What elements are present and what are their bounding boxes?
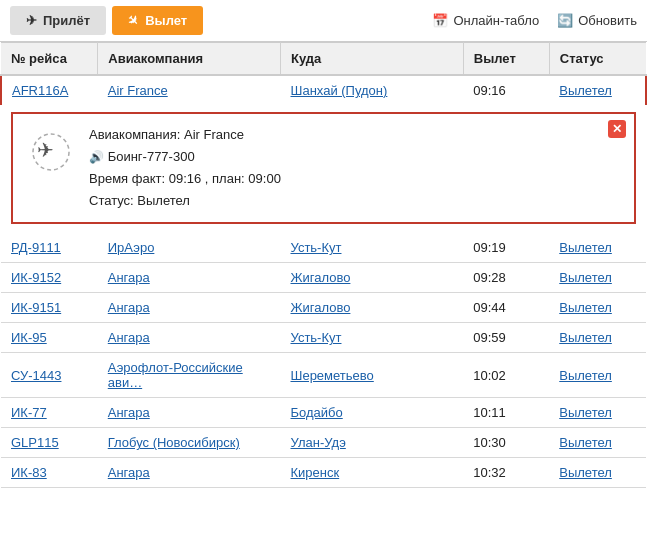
- flight-link[interactable]: ИК-9151: [11, 300, 61, 315]
- table-row[interactable]: ИК-9151АнгараЖигалово09:44Вылетел: [1, 293, 646, 323]
- flight-number-cell: СУ-1443: [1, 353, 98, 398]
- flight-number-link[interactable]: AFR116A: [12, 83, 68, 98]
- flight-link[interactable]: ИК-77: [11, 405, 47, 420]
- detail-cell: ✈ Авиакомпания: Air France 🔊 Боинг-77: [1, 105, 646, 233]
- destination-link[interactable]: Бодайбо: [291, 405, 343, 420]
- refresh-link[interactable]: 🔄 Обновить: [557, 13, 637, 28]
- table-row[interactable]: РД-9111ИрАэроУсть-Кут09:19Вылетел: [1, 233, 646, 263]
- status-value[interactable]: Вылетел: [559, 435, 612, 450]
- status-cell: Вылетел: [549, 293, 646, 323]
- airline-link[interactable]: Ангара: [108, 330, 150, 345]
- airline-link[interactable]: Ангара: [108, 465, 150, 480]
- plane-animation-icon: ✈: [27, 128, 75, 176]
- headphone-icon: 🔊: [89, 150, 104, 164]
- detail-status-value: Вылетел: [137, 193, 190, 208]
- flight-number-cell: ИК-9152: [1, 263, 98, 293]
- table-row[interactable]: ИК-9152АнгараЖигалово09:28Вылетел: [1, 263, 646, 293]
- airline-link[interactable]: Ангара: [108, 270, 150, 285]
- flight-number-cell: GLP115: [1, 428, 98, 458]
- destination-cell: Усть-Кут: [281, 233, 464, 263]
- status-value[interactable]: Вылетел: [559, 300, 612, 315]
- table-header-row: № рейса Авиакомпания Куда Вылет Статус: [1, 43, 646, 76]
- status-value[interactable]: Вылетел: [559, 240, 612, 255]
- airline-cell: Ангара: [98, 293, 281, 323]
- depart-icon: ✈: [124, 11, 142, 29]
- destination-link[interactable]: Киренск: [291, 465, 340, 480]
- flight-link[interactable]: ИК-9152: [11, 270, 61, 285]
- close-detail-button[interactable]: ✕: [608, 120, 626, 138]
- airline-cell: Ангара: [98, 398, 281, 428]
- detail-time-plan-label: план:: [212, 171, 245, 186]
- detail-text-block: Авиакомпания: Air France 🔊 Боинг-777-300…: [89, 124, 281, 212]
- table-row[interactable]: ИК-77АнгараБодайбо10:11Вылетел: [1, 398, 646, 428]
- tab-arrive[interactable]: ✈ Прилёт: [10, 6, 106, 35]
- col-header-flight: № рейса: [1, 43, 98, 76]
- airline-link[interactable]: Аэрофлот-Российские ави…: [108, 360, 243, 390]
- destination-link[interactable]: Шереметьево: [291, 368, 374, 383]
- time-value: 10:32: [473, 465, 506, 480]
- flight-number-cell: РД-9111: [1, 233, 98, 263]
- detail-time-line: Время факт: 09:16 , план: 09:00: [89, 168, 281, 190]
- svg-text:✈: ✈: [37, 139, 54, 161]
- refresh-label: Обновить: [578, 13, 637, 28]
- status-cell: Вылетел: [549, 323, 646, 353]
- time-value: 09:44: [473, 300, 506, 315]
- destination-link[interactable]: Шанхай (Пудон): [291, 83, 388, 98]
- detail-status-label: Статус:: [89, 193, 134, 208]
- online-board-link[interactable]: 📅 Онлайн-табло: [432, 13, 539, 28]
- detail-row-expanded: ✈ Авиакомпания: Air France 🔊 Боинг-77: [1, 105, 646, 233]
- time-cell: 10:30: [463, 428, 549, 458]
- airline-link[interactable]: Ангара: [108, 405, 150, 420]
- table-row-expanded-main[interactable]: AFR116A Air France Шанхай (Пудон) 09:16 …: [1, 75, 646, 105]
- status-cell: Вылетел: [549, 233, 646, 263]
- status-cell: Вылетел: [549, 353, 646, 398]
- flight-link[interactable]: СУ-1443: [11, 368, 61, 383]
- destination-link[interactable]: Улан-Удэ: [291, 435, 346, 450]
- detail-time-fact: 09:16: [169, 171, 202, 186]
- col-header-time: Вылет: [463, 43, 549, 76]
- flight-link[interactable]: ИК-83: [11, 465, 47, 480]
- airline-link[interactable]: ИрАэро: [108, 240, 155, 255]
- time-value: 10:30: [473, 435, 506, 450]
- arrive-icon: ✈: [26, 13, 37, 28]
- table-row[interactable]: ИК-83АнгараКиренск10:32Вылетел: [1, 458, 646, 488]
- tab-depart[interactable]: ✈ Вылет: [112, 6, 203, 35]
- flight-link[interactable]: GLP115: [11, 435, 59, 450]
- detail-time-plan: 09:00: [248, 171, 281, 186]
- status-value[interactable]: Вылетел: [559, 368, 612, 383]
- status-link[interactable]: Вылетел: [559, 83, 612, 98]
- table-row[interactable]: ИК-95АнгараУсть-Кут09:59Вылетел: [1, 323, 646, 353]
- status-value[interactable]: Вылетел: [559, 405, 612, 420]
- status-cell: Вылетел: [549, 398, 646, 428]
- destination-cell: Улан-Удэ: [281, 428, 464, 458]
- airline-link[interactable]: Глобус (Новосибирск): [108, 435, 240, 450]
- airline-link[interactable]: Air France: [108, 83, 168, 98]
- detail-status-line: Статус: Вылетел: [89, 190, 281, 212]
- airline-link[interactable]: Ангара: [108, 300, 150, 315]
- status-value[interactable]: Вылетел: [559, 270, 612, 285]
- destination-link[interactable]: Усть-Кут: [291, 240, 342, 255]
- destination-link[interactable]: Жигалово: [291, 270, 351, 285]
- time-value: 09:19: [473, 240, 506, 255]
- destination-link[interactable]: Усть-Кут: [291, 330, 342, 345]
- flight-number-cell: ИК-95: [1, 323, 98, 353]
- destination-link[interactable]: Жигалово: [291, 300, 351, 315]
- detail-airline-line: Авиакомпания: Air France: [89, 124, 281, 146]
- status-cell: Вылетел: [549, 458, 646, 488]
- status-value[interactable]: Вылетел: [559, 330, 612, 345]
- online-board-label: Онлайн-табло: [453, 13, 539, 28]
- destination-cell: Киренск: [281, 458, 464, 488]
- flight-link[interactable]: РД-9111: [11, 240, 61, 255]
- detail-box: ✈ Авиакомпания: Air France 🔊 Боинг-77: [11, 112, 636, 224]
- time-cell: 10:32: [463, 458, 549, 488]
- flight-link[interactable]: ИК-95: [11, 330, 47, 345]
- time-cell: 09:44: [463, 293, 549, 323]
- destination-cell: Бодайбо: [281, 398, 464, 428]
- flights-table: № рейса Авиакомпания Куда Вылет Статус A…: [0, 42, 647, 488]
- status-cell: Вылетел: [549, 263, 646, 293]
- table-row[interactable]: GLP115Глобус (Новосибирск)Улан-Удэ10:30В…: [1, 428, 646, 458]
- calendar-icon: 📅: [432, 13, 448, 28]
- table-row[interactable]: СУ-1443Аэрофлот-Российские ави…Шереметье…: [1, 353, 646, 398]
- airline-cell: Глобус (Новосибирск): [98, 428, 281, 458]
- status-value[interactable]: Вылетел: [559, 465, 612, 480]
